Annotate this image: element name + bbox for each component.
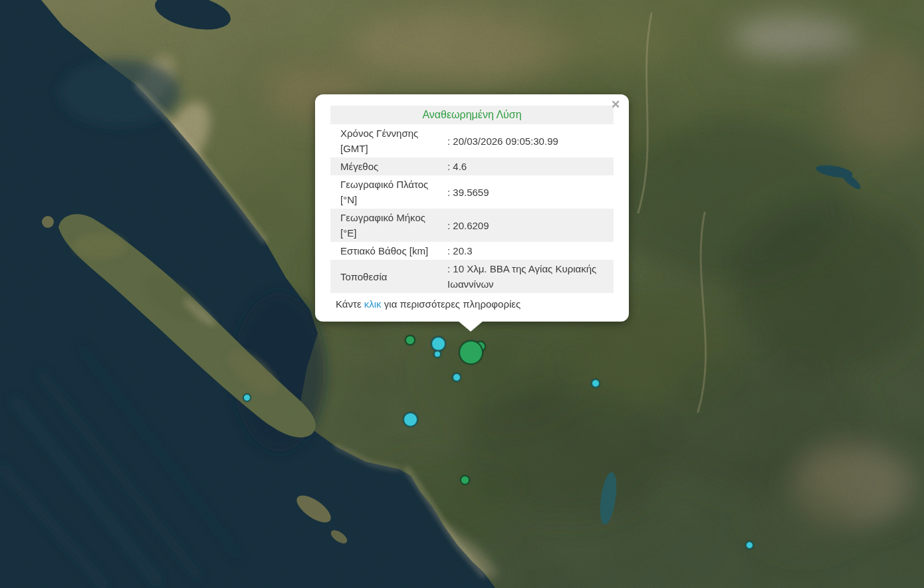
map-viewport[interactable]: ✕ Αναθεωρημένη Λύση Χρόνος Γέννησης [GMT…: [0, 0, 924, 588]
row-value: : 20.6209: [442, 217, 614, 235]
row-label: Εστιακό Βάθος [km]: [330, 242, 442, 260]
popup-tail: [458, 321, 483, 332]
earthquake-popup: ✕ Αναθεωρημένη Λύση Χρόνος Γέννησης [GMT…: [315, 94, 629, 322]
earthquake-marker[interactable]: [452, 373, 461, 382]
row-label: Τοποθεσία: [330, 268, 442, 286]
row-label: Χρόνος Γέννησης [GMT]: [330, 124, 442, 157]
footer-text: για περισσότερες πληροφορίες: [382, 298, 521, 310]
row-origin-time: Χρόνος Γέννησης [GMT] : 20/03/2026 09:05…: [330, 124, 614, 157]
earthquake-marker[interactable]: [431, 336, 446, 351]
row-value: : 39.5659: [442, 183, 614, 201]
earthquake-marker[interactable]: [405, 335, 415, 345]
row-depth: Εστιακό Βάθος [km] : 20.3: [330, 242, 614, 260]
row-value: : 20.3: [442, 242, 614, 260]
earthquake-marker[interactable]: [591, 379, 600, 388]
earthquake-marker[interactable]: [460, 475, 470, 485]
earthquake-marker[interactable]: [403, 412, 418, 427]
row-value: : 4.6: [442, 157, 614, 175]
row-latitude: Γεωγραφικό Πλάτος [°N] : 39.5659: [330, 175, 614, 209]
row-value: : 20/03/2026 09:05:30.99: [442, 132, 614, 150]
earthquake-marker[interactable]: [745, 541, 754, 549]
popup-footer: Κάντε κλικ για περισσότερες πληροφορίες: [330, 296, 614, 312]
popup-title: Αναθεωρημένη Λύση: [330, 106, 614, 124]
earthquake-marker[interactable]: [243, 393, 251, 402]
row-value: : 10 Χλμ. ΒΒΑ της Αγίας Κυριακής Ιωαννίν…: [442, 260, 614, 293]
row-magnitude: Μέγεθος : 4.6: [330, 157, 614, 175]
row-label: Γεωγραφικό Πλάτος [°N]: [330, 175, 442, 209]
footer-text: Κάντε: [336, 298, 364, 310]
row-location: Τοποθεσία : 10 Χλμ. ΒΒΑ της Αγίας Κυριακ…: [330, 260, 614, 293]
row-label: Μέγεθος: [330, 157, 442, 175]
close-icon[interactable]: ✕: [609, 98, 622, 112]
row-label: Γεωγραφικό Μήκος [°E]: [330, 209, 442, 242]
more-info-link[interactable]: κλικ: [364, 298, 382, 310]
row-longitude: Γεωγραφικό Μήκος [°E] : 20.6209: [330, 209, 614, 242]
popup-table: Χρόνος Γέννησης [GMT] : 20/03/2026 09:05…: [330, 124, 614, 293]
selected-earthquake-marker[interactable]: [459, 340, 483, 365]
earthquake-marker[interactable]: [433, 350, 441, 358]
